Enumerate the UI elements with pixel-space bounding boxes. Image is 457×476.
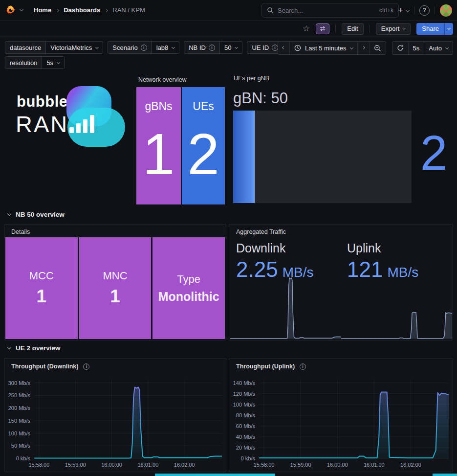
stat-mcc: MCC 1	[5, 237, 78, 339]
time-range-group: Last 5 minutes	[278, 41, 386, 55]
time-controls: Last 5 minutes 5s	[278, 41, 453, 55]
swap-arrows-icon	[319, 26, 326, 31]
svg-text:50 Mb/s: 50 Mb/s	[11, 443, 31, 449]
refresh-interval-picker-button[interactable]: Auto	[424, 42, 453, 54]
divider	[370, 25, 370, 33]
breadcrumb-separator-icon	[105, 8, 108, 12]
svg-text:16:00:00: 16:00:00	[327, 462, 348, 468]
variable-scenario-select[interactable]: lab8	[152, 42, 179, 53]
svg-text:200 Mb/s: 200 Mb/s	[8, 405, 31, 411]
dynamic-dashboard-toggle-button[interactable]	[316, 23, 329, 34]
refresh-icon	[397, 45, 404, 51]
svg-text:100 Mb/s: 100 Mb/s	[233, 402, 256, 408]
breadcrumb-home[interactable]: Home	[34, 6, 51, 14]
bargauge-fill	[233, 111, 255, 203]
variable-value: lab8	[156, 44, 169, 51]
divider	[435, 6, 435, 14]
grafana-menu-button[interactable]	[6, 5, 23, 15]
section-header-ue-overview[interactable]: UE 2 overview	[8, 344, 61, 352]
share-button[interactable]: Share	[416, 23, 444, 35]
svg-text:16:00:00: 16:00:00	[101, 462, 122, 468]
time-shift-back-button[interactable]	[278, 42, 290, 54]
variable-label-text: UE ID	[252, 44, 269, 51]
svg-text:15:58:00: 15:58:00	[28, 462, 49, 468]
variable-row: datasource VictoriaMetrics Scenarioi lab…	[5, 41, 302, 54]
search-input[interactable]: Search... ctrl+k	[261, 3, 399, 18]
variable-value: VictoriaMetrics	[50, 44, 92, 51]
section-header-nb-overview[interactable]: NB 50 overview	[8, 211, 65, 218]
bargauge-value: 2	[413, 128, 455, 177]
stat-type: Type Monolithic	[152, 237, 225, 339]
clock-icon	[294, 45, 301, 51]
chevron-down-icon	[7, 345, 11, 349]
zoom-out-time-button[interactable]	[370, 42, 386, 54]
user-avatar[interactable]	[440, 4, 452, 17]
chevron-down-icon	[235, 45, 238, 48]
chevron-right-icon	[361, 45, 365, 49]
chevron-down-icon	[57, 60, 60, 64]
refresh-interval-label[interactable]: 5s	[409, 42, 425, 54]
section-title: UE 2 overview	[16, 344, 61, 352]
dashboard-toolbar: ☆ Edit Export Share	[0, 21, 457, 37]
ues-per-gnb-bargauge	[233, 111, 412, 203]
time-shift-forward-button[interactable]	[358, 42, 370, 54]
svg-text:15:58:00: 15:58:00	[254, 462, 275, 468]
refresh-button[interactable]	[392, 42, 409, 54]
downlink-throughput-chart[interactable]: 0 kb/s50 Mb/s100 Mb/s150 Mb/s200 Mb/s250…	[5, 376, 226, 473]
variable-label: Scenarioi	[108, 42, 152, 53]
refresh-auto-label: Auto	[429, 45, 442, 52]
help-button[interactable]: ?	[419, 5, 430, 16]
svg-text:16:01:00: 16:01:00	[137, 462, 158, 468]
svg-text:80 Mb/s: 80 Mb/s	[236, 412, 256, 418]
variable-label: NB IDi	[184, 42, 220, 53]
variable-label: resolution	[5, 57, 42, 68]
variable-resolution: resolution 5s	[5, 56, 65, 69]
svg-text:16:02:00: 16:02:00	[174, 462, 195, 468]
downlink-sparkline-chart	[230, 273, 341, 340]
stat-gbns: gBNs 1	[136, 87, 181, 204]
bubbleran-logo-text-bubble: bubble	[17, 93, 68, 111]
edit-button-label: Edit	[347, 25, 358, 32]
variable-datasource-select[interactable]: VictoriaMetrics	[46, 42, 103, 53]
stat-ues: UEs 2	[182, 87, 225, 204]
panel-title-throughput-downlink: Throughput (Downlink)	[11, 363, 78, 370]
uplink-throughput-chart[interactable]: 0 kb/s20 Mb/s40 Mb/s60 Mb/s80 Mb/s100 Mb…	[230, 376, 453, 473]
svg-text:15:59:00: 15:59:00	[290, 462, 311, 468]
info-icon[interactable]: i	[141, 45, 147, 51]
time-range-picker-button[interactable]: Last 5 minutes	[290, 42, 358, 54]
bargauge-row-label: gBN: 50	[233, 90, 288, 107]
divider	[414, 6, 414, 14]
variable-nb-id: NB IDi 50	[184, 41, 242, 54]
grafana-dashboard-screen: Home Dashboards RAN / KPM Search... ctrl…	[0, 0, 457, 476]
variable-scenario: Scenarioi lab8	[108, 41, 179, 54]
panel-throughput-uplink: Throughput (Uplink) i 0 kb/s20 Mb/s40 Mb…	[229, 358, 453, 472]
nav-actions: + ?	[398, 0, 457, 21]
variable-resolution-select[interactable]: 5s	[42, 57, 64, 68]
panel-throughput-downlink: Throughput (Downlink) i 0 kb/s50 Mb/s100…	[4, 358, 226, 472]
info-icon[interactable]: i	[300, 363, 306, 370]
edit-button[interactable]: Edit	[342, 23, 363, 35]
info-icon[interactable]: i	[209, 45, 215, 51]
chevron-down-icon	[349, 45, 353, 49]
panel-title-details: Details	[11, 228, 30, 235]
svg-text:60 Mb/s: 60 Mb/s	[236, 423, 256, 429]
chevron-down-icon	[447, 26, 451, 30]
top-navigation-bar: Home Dashboards RAN / KPM Search... ctrl…	[0, 0, 457, 21]
stat-value: 1	[110, 286, 120, 307]
svg-text:250 Mb/s: 250 Mb/s	[8, 392, 31, 398]
svg-text:0 kb/s: 0 kb/s	[241, 455, 256, 461]
plus-icon: +	[398, 6, 403, 15]
svg-text:100 Mb/s: 100 Mb/s	[8, 431, 31, 436]
bubbleran-logo: bubble RAN	[9, 77, 120, 159]
svg-text:40 Mb/s: 40 Mb/s	[236, 434, 256, 440]
variable-nb-id-select[interactable]: 50	[220, 42, 242, 53]
favorite-star-button[interactable]: ☆	[303, 24, 310, 33]
export-button[interactable]: Export	[376, 23, 411, 35]
info-icon[interactable]: i	[83, 363, 89, 370]
share-menu-caret-button[interactable]	[444, 23, 453, 35]
breadcrumb-dashboards[interactable]: Dashboards	[64, 6, 100, 14]
export-button-label: Export	[381, 25, 400, 32]
grafana-logo-icon	[6, 5, 16, 15]
new-menu-button[interactable]: +	[398, 6, 409, 15]
stat-value: 1	[37, 286, 47, 307]
